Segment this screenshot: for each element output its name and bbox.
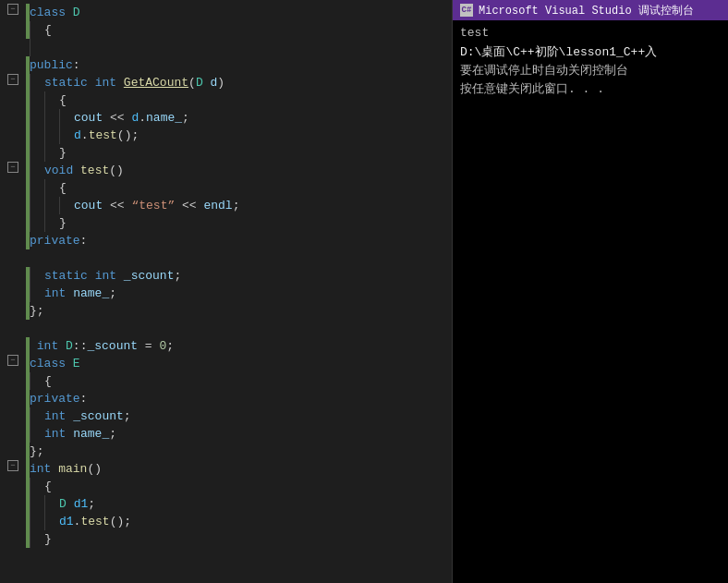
token-id: _scount xyxy=(87,339,138,353)
token-plain: }; xyxy=(30,304,44,318)
token-id2: d xyxy=(74,128,81,142)
token-kw: int xyxy=(95,269,116,283)
code-content-16: static int _scount; xyxy=(44,267,452,285)
indent-12-0 xyxy=(30,197,44,214)
line-20: int D::_scount = 0; xyxy=(0,337,452,355)
indent-29-0 xyxy=(30,495,44,513)
code-content-22: { xyxy=(44,372,452,390)
code-content-28: { xyxy=(44,478,452,495)
line-10: −void test() xyxy=(0,162,452,179)
console-output-line2: D:\桌面\C++初阶\lesson1_C++入 xyxy=(460,43,721,60)
token-plain: }; xyxy=(30,444,44,458)
token-id: name_ xyxy=(146,111,182,125)
token-plain xyxy=(116,269,124,283)
token-plain: { xyxy=(59,93,67,107)
token-fn: main xyxy=(58,462,87,476)
token-kw: int xyxy=(95,76,116,90)
token-plain: ; xyxy=(166,339,174,353)
token-plain: ; xyxy=(109,286,116,300)
fold-icon-5[interactable]: − xyxy=(7,74,18,85)
token-kw: int xyxy=(44,427,66,441)
token-kw: void xyxy=(44,164,73,177)
indent-8-2 xyxy=(59,127,74,144)
line-6: { xyxy=(0,91,452,109)
line-18: }; xyxy=(0,302,452,320)
token-fn: test xyxy=(80,515,109,528)
line-29: D d1; xyxy=(0,495,452,513)
indent-17-0 xyxy=(30,285,44,302)
fold-icon-21[interactable]: − xyxy=(7,355,18,366)
token-plain: ; xyxy=(124,409,131,423)
code-editor: −class D{public:−static int GetACount(D … xyxy=(0,0,453,583)
console-output-line4: 按任意键关闭此窗口. . . xyxy=(460,80,721,97)
token-plain: { xyxy=(44,480,52,493)
fold-icon-1[interactable]: − xyxy=(7,4,18,15)
console-output-line1: test xyxy=(460,26,721,40)
indent-7-0 xyxy=(30,109,44,127)
token-kw: class xyxy=(30,357,66,370)
indent-9-1 xyxy=(44,144,59,162)
token-plain: ; xyxy=(233,199,240,213)
token-plain xyxy=(66,357,73,370)
fold-icon-10[interactable]: − xyxy=(7,162,18,173)
token-plain: ; xyxy=(109,427,116,441)
gutter-21[interactable]: − xyxy=(0,355,26,366)
token-id2: d1 xyxy=(74,497,89,511)
token-plain xyxy=(73,164,80,177)
code-content-30: d1.test(); xyxy=(59,513,452,530)
token-plain: () xyxy=(109,164,124,177)
token-id: name_ xyxy=(73,427,109,441)
token-plain: ) xyxy=(217,76,224,90)
token-id: cout xyxy=(74,111,103,125)
token-kw: int xyxy=(37,339,58,353)
token-plain: ; xyxy=(88,497,95,511)
token-plain: ; xyxy=(174,269,181,283)
line-23: private: xyxy=(0,390,452,407)
token-plain xyxy=(116,76,124,90)
line-9: } xyxy=(0,144,452,162)
line-13: } xyxy=(0,214,452,232)
gutter-27[interactable]: − xyxy=(0,460,26,471)
indent-31-0 xyxy=(30,530,44,548)
indent-13-1 xyxy=(44,214,59,232)
token-id: name_ xyxy=(73,286,109,300)
token-id: _scount xyxy=(124,269,175,283)
code-content-20: int D::_scount = 0; xyxy=(30,337,452,355)
line-31: } xyxy=(0,530,452,548)
console-titlebar: C# Microsoft Visual Studio 调试控制台 xyxy=(453,0,728,20)
token-class-name: D xyxy=(66,339,73,353)
indent-7-1 xyxy=(44,109,59,127)
token-fn: GetACount xyxy=(124,76,188,90)
token-plain xyxy=(203,76,211,90)
indent-30-0 xyxy=(30,513,44,530)
code-content-7: cout << d.name_; xyxy=(74,109,452,127)
token-plain: } xyxy=(59,216,67,230)
token-plain: : xyxy=(80,392,88,406)
token-id: endl xyxy=(203,199,232,213)
indent-12-2 xyxy=(59,197,74,214)
token-kw: private xyxy=(30,234,80,248)
indent-10-0 xyxy=(30,162,44,179)
token-kw: int xyxy=(30,462,51,476)
indent-2-0 xyxy=(30,21,44,39)
gutter-5[interactable]: − xyxy=(0,74,26,85)
indent-3-0 xyxy=(30,39,44,56)
indent-8-0 xyxy=(30,127,44,144)
token-plain xyxy=(88,76,95,90)
token-plain: { xyxy=(59,181,67,195)
token-class-name: D xyxy=(73,6,80,19)
gutter-1[interactable]: − xyxy=(0,4,26,15)
token-kw: int xyxy=(44,409,66,423)
line-5: −static int GetACount(D d) xyxy=(0,74,452,91)
fold-icon-27[interactable]: − xyxy=(7,460,18,471)
green-bar-19 xyxy=(26,320,30,337)
console-output-line3: 要在调试停止时自动关闭控制台 xyxy=(460,62,721,79)
token-class-name: D xyxy=(196,76,203,90)
token-plain: . xyxy=(81,128,89,142)
code-content-2: { xyxy=(44,21,452,39)
green-bar-15 xyxy=(26,249,30,267)
token-plain xyxy=(58,339,66,353)
code-content-13: } xyxy=(59,214,452,232)
gutter-10[interactable]: − xyxy=(0,162,26,173)
line-24: int _scount; xyxy=(0,407,452,425)
